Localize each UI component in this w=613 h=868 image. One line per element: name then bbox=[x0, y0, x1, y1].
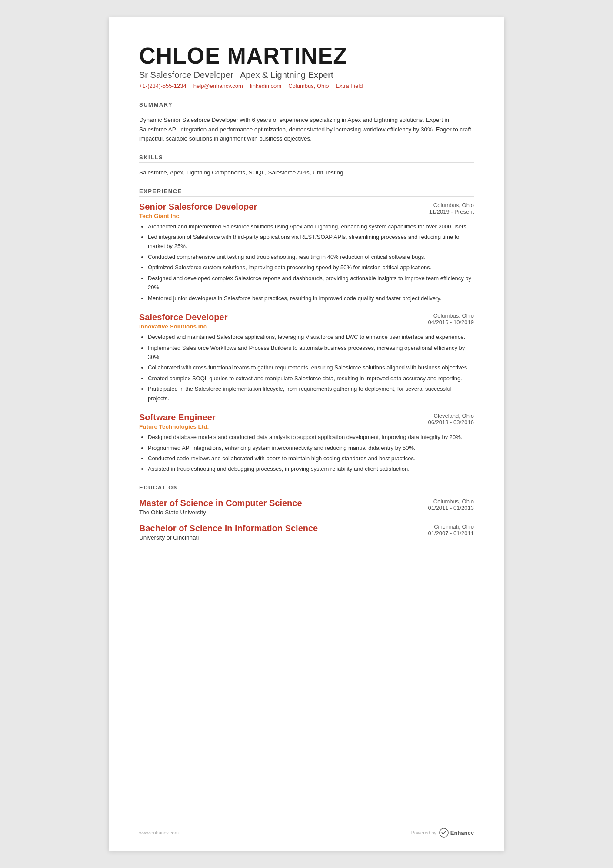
experience-item: Senior Salesforce Developer Tech Giant I… bbox=[139, 202, 474, 303]
experience-section: EXPERIENCE Senior Salesforce Developer T… bbox=[139, 188, 474, 474]
exp-location: Columbus, Ohio bbox=[429, 202, 474, 208]
contact-location: Columbus, Ohio bbox=[288, 83, 329, 89]
education-items: Master of Science in Computer Science Th… bbox=[139, 498, 474, 541]
exp-location: Columbus, Ohio bbox=[428, 312, 474, 319]
edu-degree: Master of Science in Computer Science bbox=[139, 498, 302, 508]
exp-company: Tech Giant Inc. bbox=[139, 213, 257, 219]
edu-date: 01/2011 - 01/2013 bbox=[428, 505, 474, 511]
edu-left: Master of Science in Computer Science Th… bbox=[139, 498, 302, 516]
exp-right: Cleveland, Ohio 06/2013 - 03/2016 bbox=[428, 412, 474, 426]
edu-date: 01/2007 - 01/2011 bbox=[428, 530, 474, 536]
bullet-item: Conducted code reviews and collaborated … bbox=[148, 454, 474, 463]
brand-name: Enhancv bbox=[450, 830, 474, 836]
exp-date: 04/2016 - 10/2019 bbox=[428, 319, 474, 325]
exp-right: Columbus, Ohio 04/2016 - 10/2019 bbox=[428, 312, 474, 325]
exp-location: Cleveland, Ohio bbox=[428, 412, 474, 419]
contact-email: help@enhancv.com bbox=[193, 83, 243, 89]
edu-school: University of Cincinnati bbox=[139, 534, 318, 541]
education-section: EDUCATION Master of Science in Computer … bbox=[139, 484, 474, 541]
experience-item: Salesforce Developer Innovative Solution… bbox=[139, 312, 474, 403]
contact-extra: Extra Field bbox=[336, 83, 363, 89]
skills-section: SKILLS Salesforce, Apex, Lightning Compo… bbox=[139, 154, 474, 178]
skills-text: Salesforce, Apex, Lightning Components, … bbox=[139, 168, 474, 178]
edu-location: Columbus, Ohio bbox=[428, 498, 474, 505]
skills-title: SKILLS bbox=[139, 154, 474, 163]
bullet-item: Assisted in troubleshooting and debuggin… bbox=[148, 464, 474, 473]
exp-job-title: Software Engineer bbox=[139, 412, 216, 422]
education-title: EDUCATION bbox=[139, 484, 474, 493]
exp-job-title: Senior Salesforce Developer bbox=[139, 202, 257, 212]
edu-header: Bachelor of Science in Information Scien… bbox=[139, 523, 474, 541]
bullet-item: Designed database models and conducted d… bbox=[148, 432, 474, 442]
page-footer: www.enhancv.com Powered by Enhancv bbox=[139, 828, 474, 838]
powered-by-text: Powered by bbox=[411, 830, 436, 835]
bullet-item: Developed and maintained Salesforce appl… bbox=[148, 332, 474, 342]
exp-company: Future Technologies Ltd. bbox=[139, 423, 216, 430]
bullet-item: Implemented Salesforce Workflows and Pro… bbox=[148, 343, 474, 362]
edu-right: Columbus, Ohio 01/2011 - 01/2013 bbox=[428, 498, 474, 511]
exp-company: Innovative Solutions Inc. bbox=[139, 323, 227, 330]
education-item: Bachelor of Science in Information Scien… bbox=[139, 523, 474, 541]
exp-date: 06/2013 - 03/2016 bbox=[428, 419, 474, 426]
bullet-item: Designed and developed complex Salesforc… bbox=[148, 274, 474, 292]
exp-left: Salesforce Developer Innovative Solution… bbox=[139, 312, 227, 332]
exp-header: Senior Salesforce Developer Tech Giant I… bbox=[139, 202, 474, 222]
contact-phone: +1-(234)-555-1234 bbox=[139, 83, 187, 89]
edu-school: The Ohio State University bbox=[139, 509, 302, 516]
exp-left: Senior Salesforce Developer Tech Giant I… bbox=[139, 202, 257, 222]
education-item: Master of Science in Computer Science Th… bbox=[139, 498, 474, 516]
candidate-name: CHLOE MARTINEZ bbox=[139, 44, 474, 68]
summary-text: Dynamic Senior Salesforce Developer with… bbox=[139, 115, 474, 144]
exp-bullets: Designed database models and conducted d… bbox=[139, 432, 474, 474]
exp-header: Salesforce Developer Innovative Solution… bbox=[139, 312, 474, 332]
edu-location: Cincinnati, Ohio bbox=[428, 523, 474, 530]
bullet-item: Created complex SOQL queries to extract … bbox=[148, 374, 474, 383]
bullet-item: Collaborated with cross-functional teams… bbox=[148, 363, 474, 372]
exp-header: Software Engineer Future Technologies Lt… bbox=[139, 412, 474, 432]
summary-section: SUMMARY Dynamic Senior Salesforce Develo… bbox=[139, 101, 474, 144]
bullet-item: Mentored junior developers in Salesforce… bbox=[148, 294, 474, 303]
bullet-item: Architected and implemented Salesforce s… bbox=[148, 222, 474, 231]
candidate-title: Sr Salesforce Developer | Apex & Lightni… bbox=[139, 70, 474, 80]
summary-title: SUMMARY bbox=[139, 101, 474, 110]
resume-page: CHLOE MARTINEZ Sr Salesforce Developer |… bbox=[109, 17, 504, 851]
resume-header: CHLOE MARTINEZ Sr Salesforce Developer |… bbox=[139, 44, 474, 89]
exp-job-title: Salesforce Developer bbox=[139, 312, 227, 322]
bullet-item: Conducted comprehensive unit testing and… bbox=[148, 252, 474, 261]
exp-date: 11/2019 - Present bbox=[429, 208, 474, 215]
footer-website: www.enhancv.com bbox=[139, 830, 179, 835]
exp-bullets: Architected and implemented Salesforce s… bbox=[139, 222, 474, 303]
enhancv-logo-icon bbox=[439, 828, 449, 838]
edu-left: Bachelor of Science in Information Scien… bbox=[139, 523, 318, 541]
experience-item: Software Engineer Future Technologies Lt… bbox=[139, 412, 474, 474]
edu-right: Cincinnati, Ohio 01/2007 - 01/2011 bbox=[428, 523, 474, 536]
bullet-item: Led integration of Salesforce with third… bbox=[148, 232, 474, 251]
contact-line: +1-(234)-555-1234 help@enhancv.com linke… bbox=[139, 83, 474, 89]
experience-items: Senior Salesforce Developer Tech Giant I… bbox=[139, 202, 474, 474]
bullet-item: Optimized Salesforce custom solutions, i… bbox=[148, 263, 474, 272]
exp-right: Columbus, Ohio 11/2019 - Present bbox=[429, 202, 474, 215]
footer-powered: Powered by Enhancv bbox=[411, 828, 474, 838]
exp-bullets: Developed and maintained Salesforce appl… bbox=[139, 332, 474, 403]
experience-title: EXPERIENCE bbox=[139, 188, 474, 197]
bullet-item: Programmed API integrations, enhancing s… bbox=[148, 443, 474, 452]
enhancv-logo: Enhancv bbox=[439, 828, 474, 838]
edu-header: Master of Science in Computer Science Th… bbox=[139, 498, 474, 516]
contact-linkedin: linkedin.com bbox=[250, 83, 281, 89]
edu-degree: Bachelor of Science in Information Scien… bbox=[139, 523, 318, 533]
bullet-item: Participated in the Salesforce implement… bbox=[148, 384, 474, 403]
exp-left: Software Engineer Future Technologies Lt… bbox=[139, 412, 216, 432]
